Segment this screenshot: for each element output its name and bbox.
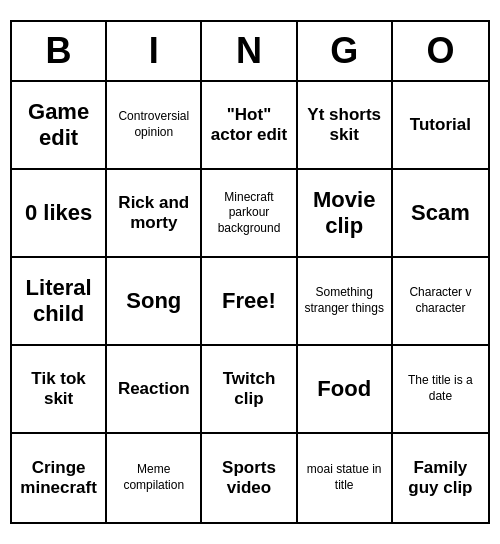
cell-text-16: Reaction bbox=[118, 379, 190, 399]
bingo-cell-2[interactable]: "Hot" actor edit bbox=[202, 82, 297, 170]
cell-text-10: Literal child bbox=[18, 275, 99, 328]
cell-text-15: Tik tok skit bbox=[18, 369, 99, 410]
bingo-cell-9[interactable]: Scam bbox=[393, 170, 488, 258]
bingo-cell-7[interactable]: Minecraft parkour background bbox=[202, 170, 297, 258]
cell-text-14: Character v character bbox=[399, 285, 482, 316]
cell-text-13: Something stranger things bbox=[304, 285, 385, 316]
bingo-cell-24[interactable]: Family guy clip bbox=[393, 434, 488, 522]
header-letter-n: N bbox=[202, 22, 297, 80]
bingo-cell-4[interactable]: Tutorial bbox=[393, 82, 488, 170]
cell-text-3: Yt shorts skit bbox=[304, 105, 385, 146]
cell-text-8: Movie clip bbox=[304, 187, 385, 240]
bingo-cell-5[interactable]: 0 likes bbox=[12, 170, 107, 258]
cell-text-17: Twitch clip bbox=[208, 369, 289, 410]
bingo-cell-17[interactable]: Twitch clip bbox=[202, 346, 297, 434]
cell-text-6: Rick and morty bbox=[113, 193, 194, 234]
cell-text-24: Family guy clip bbox=[399, 458, 482, 499]
header-letter-b: B bbox=[12, 22, 107, 80]
bingo-cell-8[interactable]: Movie clip bbox=[298, 170, 393, 258]
header-letter-o: O bbox=[393, 22, 488, 80]
bingo-cell-12[interactable]: Free! bbox=[202, 258, 297, 346]
cell-text-5: 0 likes bbox=[25, 200, 92, 226]
cell-text-23: moai statue in title bbox=[304, 462, 385, 493]
bingo-cell-21[interactable]: Meme compilation bbox=[107, 434, 202, 522]
cell-text-22: Sports video bbox=[208, 458, 289, 499]
bingo-grid: Game editControversial opinion"Hot" acto… bbox=[12, 82, 488, 522]
cell-text-19: The title is a date bbox=[399, 373, 482, 404]
cell-text-18: Food bbox=[317, 376, 371, 402]
bingo-cell-22[interactable]: Sports video bbox=[202, 434, 297, 522]
cell-text-2: "Hot" actor edit bbox=[208, 105, 289, 146]
bingo-header: BINGO bbox=[12, 22, 488, 82]
cell-text-1: Controversial opinion bbox=[113, 109, 194, 140]
bingo-cell-19[interactable]: The title is a date bbox=[393, 346, 488, 434]
bingo-cell-15[interactable]: Tik tok skit bbox=[12, 346, 107, 434]
header-letter-g: G bbox=[298, 22, 393, 80]
cell-text-9: Scam bbox=[411, 200, 470, 226]
bingo-cell-18[interactable]: Food bbox=[298, 346, 393, 434]
bingo-cell-1[interactable]: Controversial opinion bbox=[107, 82, 202, 170]
bingo-cell-16[interactable]: Reaction bbox=[107, 346, 202, 434]
bingo-cell-10[interactable]: Literal child bbox=[12, 258, 107, 346]
bingo-cell-13[interactable]: Something stranger things bbox=[298, 258, 393, 346]
cell-text-4: Tutorial bbox=[410, 115, 471, 135]
bingo-cell-3[interactable]: Yt shorts skit bbox=[298, 82, 393, 170]
bingo-cell-20[interactable]: Cringe minecraft bbox=[12, 434, 107, 522]
bingo-cell-6[interactable]: Rick and morty bbox=[107, 170, 202, 258]
bingo-cell-23[interactable]: moai statue in title bbox=[298, 434, 393, 522]
cell-text-11: Song bbox=[126, 288, 181, 314]
bingo-card: BINGO Game editControversial opinion"Hot… bbox=[10, 20, 490, 524]
bingo-cell-14[interactable]: Character v character bbox=[393, 258, 488, 346]
header-letter-i: I bbox=[107, 22, 202, 80]
cell-text-20: Cringe minecraft bbox=[18, 458, 99, 499]
cell-text-7: Minecraft parkour background bbox=[208, 190, 289, 237]
bingo-cell-11[interactable]: Song bbox=[107, 258, 202, 346]
bingo-cell-0[interactable]: Game edit bbox=[12, 82, 107, 170]
cell-text-12: Free! bbox=[222, 288, 276, 314]
cell-text-0: Game edit bbox=[18, 99, 99, 152]
cell-text-21: Meme compilation bbox=[113, 462, 194, 493]
